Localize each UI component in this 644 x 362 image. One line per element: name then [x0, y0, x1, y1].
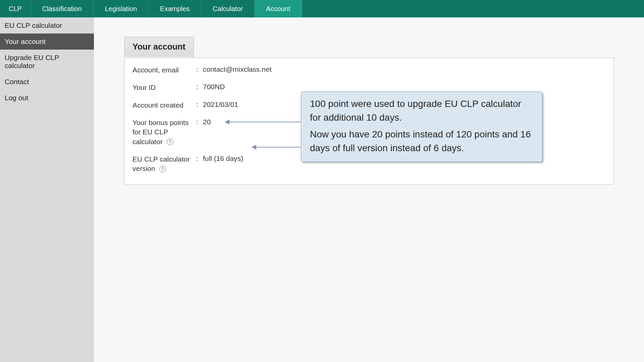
label-your-id: Your ID — [132, 83, 196, 92]
top-nav: CLP Classification Legislation Examples … — [0, 0, 644, 17]
value-your-id: 700ND — [203, 83, 225, 91]
callout-paragraph-1: 100 point were used to upgrade EU CLP ca… — [310, 97, 535, 124]
nav-tab-classification[interactable]: Classification — [31, 0, 94, 17]
label-account-created: Account created — [132, 101, 196, 110]
nav-tab-calculator[interactable]: Calculator — [201, 0, 255, 17]
sidebar-item-upgrade[interactable]: Upgrade EU CLP calculator — [0, 50, 94, 74]
nav-tab-clp[interactable]: CLP — [0, 0, 31, 17]
value-bonus-points: 20 — [203, 118, 211, 126]
sidebar-item-your-account[interactable]: Your account — [0, 34, 94, 50]
nav-tab-examples[interactable]: Examples — [149, 0, 201, 17]
colon: : — [196, 118, 203, 126]
colon: : — [196, 83, 203, 91]
info-callout: 100 point were used to upgrade EU CLP ca… — [301, 92, 542, 162]
panel-title: Your account — [124, 37, 194, 57]
label-calculator-version: EU CLP calculator version ? — [132, 155, 196, 174]
help-icon[interactable]: ? — [159, 166, 166, 172]
colon: : — [196, 65, 203, 73]
sidebar-item-contact[interactable]: Contact — [0, 74, 94, 90]
callout-paragraph-2: Now you have 20 points instead of 120 po… — [310, 128, 535, 155]
arrow-to-bonus-points — [225, 122, 301, 122]
sidebar: EU CLP calculator Your account Upgrade E… — [0, 17, 94, 362]
value-account-email: contact@mixclass.net — [203, 65, 272, 73]
row-your-id: Your ID : 700ND — [132, 83, 605, 92]
sidebar-item-calculator[interactable]: EU CLP calculator — [0, 17, 94, 34]
sidebar-item-logout[interactable]: Log out — [0, 90, 94, 106]
nav-tab-legislation[interactable]: Legislation — [94, 0, 149, 17]
label-bonus-points-text: Your bonus points for EU CLP calculator — [132, 119, 189, 145]
help-icon[interactable]: ? — [167, 138, 173, 145]
colon: : — [196, 155, 203, 163]
body-wrap: EU CLP calculator Your account Upgrade E… — [0, 17, 644, 362]
arrow-to-version — [252, 147, 301, 147]
label-account-email: Account, email — [132, 65, 196, 75]
value-account-created: 2021/03/01 — [203, 101, 238, 109]
nav-tab-account[interactable]: Account — [255, 0, 302, 17]
main-content: Your account Account, email : contact@mi… — [94, 17, 644, 362]
row-account-email: Account, email : contact@mixclass.net — [132, 65, 605, 75]
colon: : — [196, 101, 203, 109]
value-calculator-version: full (16 days) — [203, 155, 243, 163]
label-bonus-points: Your bonus points for EU CLP calculator … — [132, 118, 196, 146]
